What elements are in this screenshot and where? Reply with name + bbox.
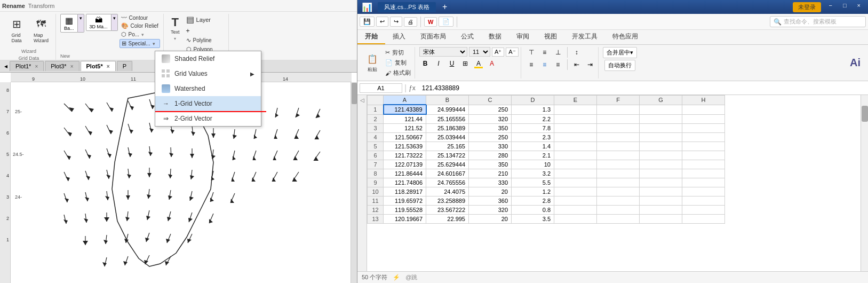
cell[interactable] [640, 105, 682, 114]
cell[interactable]: 330 [469, 178, 512, 187]
col-header-f[interactable]: F [597, 96, 640, 105]
cell[interactable] [597, 187, 640, 196]
cell[interactable]: 7.8 [512, 124, 554, 133]
cell[interactable]: 24.601667 [426, 169, 469, 178]
dropdown-shaded-relief[interactable]: Shaded Relief [155, 51, 261, 66]
cell[interactable] [554, 151, 597, 160]
cell[interactable] [597, 105, 640, 114]
right-scrollbar[interactable] [861, 95, 868, 271]
col-header-g[interactable]: G [640, 96, 682, 105]
cell[interactable]: 1.3 [512, 105, 554, 114]
cell[interactable] [554, 187, 597, 196]
cell[interactable] [640, 151, 682, 160]
3dma-button[interactable]: 🏔 3D Ma... ▾ [86, 14, 118, 31]
cell[interactable]: 280 [469, 151, 512, 160]
cell[interactable]: 2.1 [512, 151, 554, 160]
tab-plot3-close[interactable]: × [70, 64, 74, 69]
cell[interactable] [554, 133, 597, 142]
cell[interactable]: 0.8 [512, 206, 554, 215]
table-row[interactable]: 12119.5552823.5672223200.8 [368, 206, 725, 215]
cell[interactable] [682, 196, 725, 206]
cell[interactable] [554, 215, 597, 224]
font-size-select[interactable]: 11 [469, 47, 490, 57]
wps-tab-start[interactable]: 开始 [357, 30, 385, 44]
cell[interactable]: 25.134722 [426, 151, 469, 160]
cell[interactable]: 118.28917 [384, 187, 426, 196]
cell[interactable]: 1.4 [512, 142, 554, 151]
toolbar-search[interactable]: 🔍 查找命令、搜索模板 [770, 16, 866, 27]
tab-p[interactable]: P [117, 61, 132, 71]
insert-button[interactable]: ▤ Layer [185, 14, 214, 25]
cell[interactable] [640, 169, 682, 178]
cell[interactable] [597, 151, 640, 160]
cell[interactable] [554, 124, 597, 133]
cell[interactable]: 3.5 [512, 215, 554, 224]
cell[interactable] [640, 133, 682, 142]
cell[interactable]: 250 [469, 105, 512, 114]
toolbar-print[interactable]: 🖨 [404, 17, 417, 27]
cell[interactable] [682, 178, 725, 187]
cell[interactable] [554, 196, 597, 206]
cell[interactable] [554, 142, 597, 151]
col-header-d[interactable]: D [512, 96, 554, 105]
cell[interactable]: 2.2 [512, 114, 554, 124]
cell[interactable]: 24.999444 [426, 105, 469, 114]
left-strip-arrow[interactable]: ◁ [359, 95, 365, 105]
table-row[interactable]: 2121.4425.1655563202.2 [368, 114, 725, 124]
cell[interactable]: 20 [469, 215, 512, 224]
cell[interactable]: 121.53639 [384, 142, 426, 151]
tab-plot1-close[interactable]: × [35, 64, 38, 69]
unregistered-btn[interactable]: 未登录 [793, 2, 821, 12]
auto-wrap-btn[interactable]: 自动换行 [604, 60, 635, 71]
wps-tab-formula[interactable]: 公式 [453, 30, 481, 44]
tab-prev[interactable]: ◂ [2, 62, 10, 70]
toolbar-wps-logo[interactable]: W [424, 17, 437, 27]
cell[interactable] [682, 105, 725, 114]
font-name-select[interactable]: 宋体 [419, 47, 467, 57]
cell[interactable] [640, 142, 682, 151]
cell[interactable]: 120.19667 [384, 215, 426, 224]
spreadsheet[interactable]: ◁ A B C D E F G H [357, 95, 868, 271]
cell[interactable] [640, 196, 682, 206]
close-btn[interactable]: × [854, 2, 864, 12]
align-bottom-btn[interactable]: ⊥ [552, 47, 564, 58]
cell[interactable]: 121.86444 [384, 169, 426, 178]
paste-button[interactable]: 📋 粘贴 [363, 51, 382, 74]
wps-tab-features[interactable]: 特色应用 [605, 30, 646, 44]
cell[interactable] [682, 124, 725, 133]
cell[interactable] [640, 124, 682, 133]
wps-tab-insert[interactable]: 插入 [385, 30, 413, 44]
merge-center-btn[interactable]: 合并居中▾ [603, 47, 637, 58]
bold-button[interactable]: B [419, 58, 431, 69]
minimize-btn[interactable]: − [825, 2, 835, 12]
cell[interactable] [640, 215, 682, 224]
cell[interactable] [554, 105, 597, 114]
table-row[interactable]: 3121.5225.1863893507.8 [368, 124, 725, 133]
col-header-c[interactable]: C [469, 96, 512, 105]
tab-plot5[interactable]: Plot5* × [81, 61, 116, 71]
cell[interactable]: 24.4075 [426, 187, 469, 196]
cell[interactable] [554, 160, 597, 169]
toolbar-save[interactable]: 💾 [360, 17, 375, 27]
cell[interactable]: 25.186389 [426, 124, 469, 133]
font-decrease-btn[interactable]: A⁻ [506, 48, 518, 57]
cell[interactable] [597, 178, 640, 187]
wps-tab-layout[interactable]: 页面布局 [413, 30, 453, 44]
cell[interactable] [597, 160, 640, 169]
cell[interactable]: 121.73222 [384, 151, 426, 160]
cell[interactable]: 25.165556 [426, 114, 469, 124]
wps-tab-dev[interactable]: 开发工具 [564, 30, 605, 44]
font-increase-btn[interactable]: A⁺ [492, 48, 504, 57]
cell[interactable]: 2.3 [512, 133, 554, 142]
underline-button[interactable]: U [446, 58, 458, 69]
border-button[interactable]: ⊞ [459, 58, 471, 69]
dropdown-watershed[interactable]: Watershed [155, 81, 261, 96]
cell[interactable] [640, 206, 682, 215]
map-scrollbar-thumb[interactable] [352, 83, 357, 104]
cell[interactable]: 25.039444 [426, 133, 469, 142]
align-center-btn[interactable]: ≡ [539, 59, 551, 70]
cell-reference-input[interactable] [360, 83, 402, 93]
table-row[interactable]: 5121.5363925.1653301.4 [368, 142, 725, 151]
toolbar-undo[interactable]: ↩ [376, 17, 388, 27]
wps-add-tab[interactable]: + [442, 2, 447, 12]
